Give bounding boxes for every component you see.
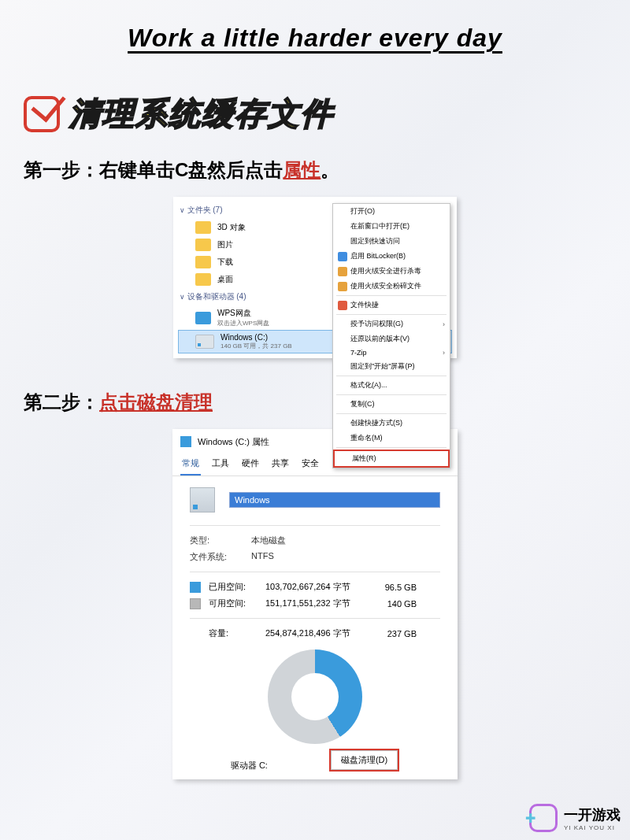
step-2-text: 第二步：点击磁盘清理 [24, 390, 630, 415]
menu-separator [336, 413, 447, 414]
dialog-title: Windows (C:) 属性 [198, 436, 269, 448]
menu-file-shred[interactable]: 文件快捷 [333, 298, 450, 313]
flame-icon [338, 301, 347, 310]
step1-suffix: 。 [321, 159, 339, 180]
menu-separator [336, 376, 447, 376]
disk-cleanup-button[interactable]: 磁盘清理(D) [331, 750, 398, 770]
shield-icon [338, 282, 347, 291]
shield-icon [338, 252, 347, 261]
tab-sharing[interactable]: 共享 [270, 454, 291, 476]
separator [190, 618, 440, 619]
section-title: 清理系统缓存文件 [69, 92, 334, 135]
row-type: 类型:本地磁盘 [190, 532, 440, 549]
menu-grant-access[interactable]: 授予访问权限(G) [333, 316, 450, 331]
tab-security[interactable]: 安全 [300, 454, 321, 476]
section-title-row: 清理系统缓存文件 [24, 92, 630, 135]
tab-hardware[interactable]: 硬件 [240, 454, 261, 476]
menu-open-new-window[interactable]: 在新窗口中打开(E) [333, 219, 450, 234]
disk-cleanup-highlight: 磁盘清理(D) [329, 749, 399, 772]
separator [190, 572, 440, 572]
separator [190, 525, 440, 526]
folder-icon [195, 221, 211, 234]
folder-icon [195, 239, 211, 251]
row-free-space: 可用空间: 151,171,551,232 字节 140 GB [190, 595, 440, 612]
tab-general[interactable]: 常规 [180, 454, 201, 476]
page-title: Work a little harder every day [0, 0, 630, 53]
menu-huorong-shred[interactable]: 使用火绒安全粉碎文件 [333, 279, 450, 294]
menu-rename[interactable]: 重命名(M) [333, 431, 450, 446]
menu-huorong-scan[interactable]: 使用火绒安全进行杀毒 [333, 264, 450, 279]
caret-icon: ∨ [180, 206, 187, 214]
context-menu: 打开(O) 在新窗口中打开(E) 固定到快速访问 启用 BitLocker(B)… [332, 203, 450, 468]
drive-icon [190, 487, 215, 513]
drive-label: 驱动器 C: [231, 760, 268, 772]
step2-prefix: 第二步： [24, 391, 99, 413]
menu-separator [336, 447, 447, 448]
step1-highlight: 属性 [283, 159, 321, 180]
donut-chart-icon [268, 649, 362, 744]
screenshot-explorer: ∨ 文件夹 (7) 3D 对象 图片 下载 桌面 ∨ 设备和驱动器 (4) WP… [173, 197, 457, 358]
step2-highlight: 点击磁盘清理 [99, 391, 213, 413]
step-1-text: 第一步：右键单击C盘然后点击属性。 [24, 157, 630, 183]
menu-restore-prev[interactable]: 还原以前的版本(V) [333, 331, 450, 346]
color-swatch-free [190, 598, 201, 609]
menu-bitlocker[interactable]: 启用 BitLocker(B) [333, 249, 450, 264]
color-swatch-used [190, 582, 201, 593]
screenshot-properties-dialog: Windows (C:) 属性 ✕ 常规 工具 硬件 共享 安全 以前的版本 配… [172, 429, 458, 779]
step1-prefix: 第一步：右键单击C盘然后点击 [24, 159, 283, 180]
dialog-body: 类型:本地磁盘 文件系统:NTFS 已用空间: 103,702,667,264 … [172, 476, 458, 779]
folder-icon [195, 256, 211, 268]
folder-icon [195, 273, 211, 286]
menu-separator [336, 394, 447, 395]
checkbox-icon [24, 96, 60, 132]
drive-name-input[interactable] [229, 492, 440, 508]
brand-logo-icon [529, 804, 558, 832]
row-filesystem: 文件系统:NTFS [190, 549, 440, 565]
menu-properties[interactable]: 属性(R) [333, 450, 450, 468]
brand-watermark: 一开游戏 YI KAI YOU XI [529, 804, 621, 832]
caret-icon: ∨ [180, 293, 187, 301]
tab-tools[interactable]: 工具 [210, 454, 231, 476]
menu-copy[interactable]: 复制(C) [333, 397, 450, 412]
row-capacity: 容量: 254,874,218,496 字节 237 GB [190, 625, 440, 642]
drive-icon [195, 335, 214, 349]
menu-pin-start[interactable]: 固定到"开始"屏幕(P) [333, 359, 450, 374]
brand-name: 一开游戏 [564, 805, 621, 824]
drive-name-row [190, 487, 440, 513]
menu-7zip[interactable]: 7-Zip [333, 346, 450, 359]
row-used-space: 已用空间: 103,702,667,264 字节 96.5 GB [190, 579, 440, 595]
menu-pin-quick[interactable]: 固定到快速访问 [333, 234, 450, 249]
brand-sub: YI KAI YOU XI [564, 824, 621, 831]
shield-icon [338, 267, 347, 276]
cloud-icon [195, 312, 211, 324]
menu-create-shortcut[interactable]: 创建快捷方式(S) [333, 416, 450, 431]
menu-separator [336, 295, 447, 296]
drive-icon [180, 436, 191, 447]
menu-open[interactable]: 打开(O) [333, 204, 450, 219]
usage-chart-wrap: 驱动器 C: 磁盘清理(D) [190, 649, 440, 772]
menu-separator [336, 314, 447, 315]
menu-format[interactable]: 格式化(A)... [333, 378, 450, 393]
